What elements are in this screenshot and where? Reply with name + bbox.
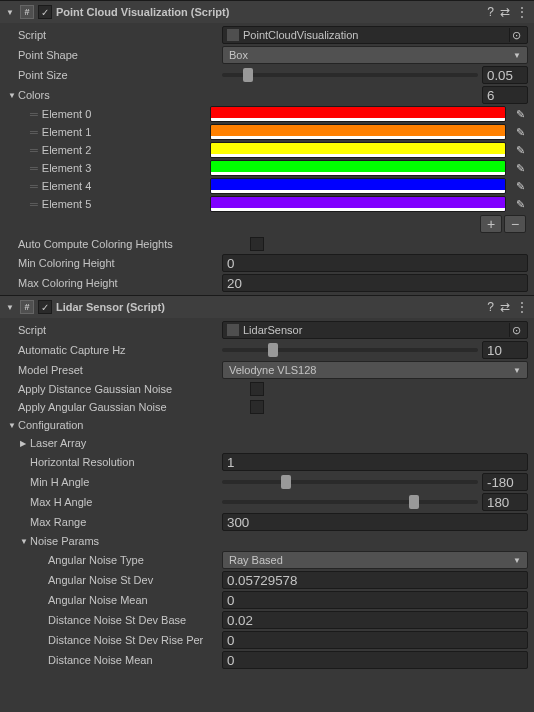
angular-noise-type-dropdown[interactable]: Ray Based ▼ bbox=[222, 551, 528, 569]
distance-noise-stdev-rise-input[interactable] bbox=[222, 631, 528, 649]
color-swatch[interactable] bbox=[210, 142, 506, 158]
foldout-icon[interactable]: ▼ bbox=[6, 8, 16, 17]
laser-array-label: Laser Array bbox=[30, 437, 86, 449]
slider-thumb[interactable] bbox=[281, 475, 291, 489]
object-picker-icon[interactable]: ⊙ bbox=[509, 28, 523, 42]
point-shape-dropdown[interactable]: Box ▼ bbox=[222, 46, 528, 64]
slider-thumb[interactable] bbox=[243, 68, 253, 82]
eyedropper-icon[interactable]: ✎ bbox=[512, 142, 528, 158]
foldout-icon[interactable]: ▼ bbox=[8, 91, 18, 100]
color-element-row: ═ Element 2 ✎ bbox=[0, 141, 534, 159]
automatic-capture-hz-slider[interactable] bbox=[222, 348, 478, 352]
element-label: Element 2 bbox=[42, 144, 204, 156]
min-h-angle-label: Min H Angle bbox=[30, 476, 218, 488]
apply-distance-noise-checkbox[interactable] bbox=[250, 382, 264, 396]
automatic-capture-hz-input[interactable] bbox=[482, 341, 528, 359]
angular-noise-mean-label: Angular Noise Mean bbox=[48, 594, 218, 606]
distance-noise-mean-input[interactable] bbox=[222, 651, 528, 669]
script-label: Script bbox=[18, 29, 218, 41]
distance-noise-stdev-base-label: Distance Noise St Dev Base bbox=[48, 614, 218, 626]
color-swatch[interactable] bbox=[210, 160, 506, 176]
max-h-angle-label: Max H Angle bbox=[30, 496, 218, 508]
configuration-label: Configuration bbox=[18, 419, 83, 431]
foldout-icon[interactable]: ▼ bbox=[20, 537, 30, 546]
angular-noise-type-label: Angular Noise Type bbox=[48, 554, 218, 566]
auto-compute-checkbox[interactable] bbox=[250, 237, 264, 251]
drag-handle-icon[interactable]: ═ bbox=[30, 108, 36, 120]
color-element-row: ═ Element 0 ✎ bbox=[0, 105, 534, 123]
drag-handle-icon[interactable]: ═ bbox=[30, 162, 36, 174]
object-picker-icon[interactable]: ⊙ bbox=[509, 323, 523, 337]
add-element-button[interactable]: + bbox=[480, 215, 502, 233]
drag-handle-icon[interactable]: ═ bbox=[30, 126, 36, 138]
element-label: Element 4 bbox=[42, 180, 204, 192]
drag-handle-icon[interactable]: ═ bbox=[30, 180, 36, 192]
help-icon[interactable]: ? bbox=[487, 5, 494, 19]
eyedropper-icon[interactable]: ✎ bbox=[512, 160, 528, 176]
point-size-label: Point Size bbox=[18, 69, 218, 81]
color-swatch[interactable] bbox=[210, 196, 506, 212]
color-swatch[interactable] bbox=[210, 124, 506, 140]
preset-icon[interactable]: ⇄ bbox=[500, 5, 510, 19]
max-range-input[interactable] bbox=[222, 513, 528, 531]
foldout-icon[interactable]: ▶ bbox=[20, 439, 30, 448]
component-title: Point Cloud Visualization (Script) bbox=[56, 6, 483, 18]
min-h-angle-input[interactable] bbox=[482, 473, 528, 491]
eyedropper-icon[interactable]: ✎ bbox=[512, 124, 528, 140]
script-asset-icon bbox=[227, 324, 239, 336]
apply-distance-noise-label: Apply Distance Gaussian Noise bbox=[18, 383, 246, 395]
eyedropper-icon[interactable]: ✎ bbox=[512, 178, 528, 194]
chevron-down-icon: ▼ bbox=[513, 556, 521, 565]
angular-noise-mean-input[interactable] bbox=[222, 591, 528, 609]
script-value: LidarSensor bbox=[243, 324, 302, 336]
color-element-row: ═ Element 5 ✎ bbox=[0, 195, 534, 213]
slider-thumb[interactable] bbox=[409, 495, 419, 509]
max-h-angle-input[interactable] bbox=[482, 493, 528, 511]
component-title: Lidar Sensor (Script) bbox=[56, 301, 483, 313]
script-field[interactable]: LidarSensor ⊙ bbox=[222, 321, 528, 339]
distance-noise-stdev-rise-label: Distance Noise St Dev Rise Per bbox=[48, 634, 218, 646]
min-coloring-height-input[interactable] bbox=[222, 254, 528, 272]
color-swatch[interactable] bbox=[210, 178, 506, 194]
enable-checkbox[interactable] bbox=[38, 300, 52, 314]
distance-noise-stdev-base-input[interactable] bbox=[222, 611, 528, 629]
horizontal-resolution-label: Horizontal Resolution bbox=[30, 456, 218, 468]
help-icon[interactable]: ? bbox=[487, 300, 494, 314]
max-range-label: Max Range bbox=[30, 516, 218, 528]
component-lidar-sensor: ▼ # Lidar Sensor (Script) ? ⇄ ⋮ Script L… bbox=[0, 295, 534, 672]
eyedropper-icon[interactable]: ✎ bbox=[512, 106, 528, 122]
slider-thumb[interactable] bbox=[268, 343, 278, 357]
horizontal-resolution-input[interactable] bbox=[222, 453, 528, 471]
apply-angular-noise-checkbox[interactable] bbox=[250, 400, 264, 414]
element-label: Element 5 bbox=[42, 198, 204, 210]
point-shape-label: Point Shape bbox=[18, 49, 218, 61]
angular-noise-stdev-label: Angular Noise St Dev bbox=[48, 574, 218, 586]
angular-noise-stdev-input[interactable] bbox=[222, 571, 528, 589]
component-header[interactable]: ▼ # Lidar Sensor (Script) ? ⇄ ⋮ bbox=[0, 296, 534, 318]
point-size-slider[interactable] bbox=[222, 73, 478, 77]
script-value: PointCloudVisualization bbox=[243, 29, 358, 41]
foldout-icon[interactable]: ▼ bbox=[6, 303, 16, 312]
element-label: Element 3 bbox=[42, 162, 204, 174]
preset-icon[interactable]: ⇄ bbox=[500, 300, 510, 314]
min-h-angle-slider[interactable] bbox=[222, 480, 478, 484]
enable-checkbox[interactable] bbox=[38, 5, 52, 19]
eyedropper-icon[interactable]: ✎ bbox=[512, 196, 528, 212]
component-point-cloud-visualization: ▼ # Point Cloud Visualization (Script) ?… bbox=[0, 0, 534, 295]
color-element-row: ═ Element 3 ✎ bbox=[0, 159, 534, 177]
model-preset-dropdown[interactable]: Velodyne VLS128 ▼ bbox=[222, 361, 528, 379]
script-component-icon: # bbox=[20, 300, 34, 314]
remove-element-button[interactable]: − bbox=[504, 215, 526, 233]
max-h-angle-slider[interactable] bbox=[222, 500, 478, 504]
menu-icon[interactable]: ⋮ bbox=[516, 300, 528, 314]
drag-handle-icon[interactable]: ═ bbox=[30, 144, 36, 156]
point-size-input[interactable] bbox=[482, 66, 528, 84]
foldout-icon[interactable]: ▼ bbox=[8, 421, 18, 430]
drag-handle-icon[interactable]: ═ bbox=[30, 198, 36, 210]
script-field[interactable]: PointCloudVisualization ⊙ bbox=[222, 26, 528, 44]
menu-icon[interactable]: ⋮ bbox=[516, 5, 528, 19]
component-header[interactable]: ▼ # Point Cloud Visualization (Script) ?… bbox=[0, 1, 534, 23]
max-coloring-height-input[interactable] bbox=[222, 274, 528, 292]
colors-count-input[interactable] bbox=[482, 86, 528, 104]
color-swatch[interactable] bbox=[210, 106, 506, 122]
